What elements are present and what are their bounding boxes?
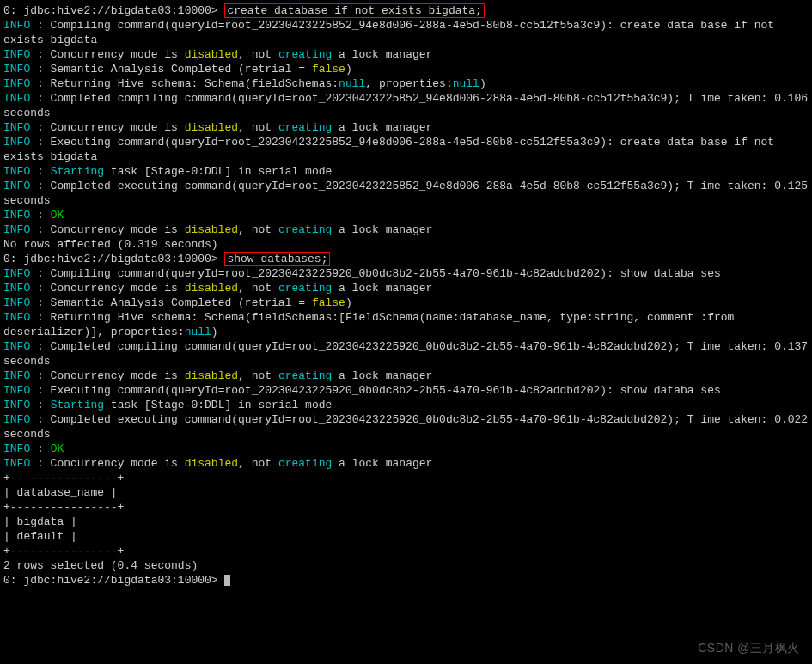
result-summary: 2 rows selected (0.4 seconds) bbox=[3, 558, 809, 573]
table-row: | bigdata | bbox=[3, 515, 809, 529]
terminal-output[interactable]: 0: jdbc:hive2://bigdata03:10000> create … bbox=[3, 3, 809, 588]
log-line: INFO : Concurrency mode is disabled, not… bbox=[3, 47, 809, 62]
prompt-line-1[interactable]: 0: jdbc:hive2://bigdata03:10000> create … bbox=[3, 3, 809, 18]
table-border: +----------------+ bbox=[3, 500, 809, 515]
log-line: INFO : Semantic Analysis Completed (retr… bbox=[3, 62, 809, 76]
log-line: INFO : Completed compiling command(query… bbox=[3, 91, 809, 120]
log-line: INFO : Semantic Analysis Completed (retr… bbox=[3, 295, 809, 310]
log-line: INFO : OK bbox=[3, 208, 809, 222]
log-line: INFO : Returning Hive schema: Schema(fie… bbox=[3, 310, 809, 339]
log-line: No rows affected (0.319 seconds) bbox=[3, 237, 809, 252]
log-line: INFO : OK bbox=[3, 442, 809, 456]
log-line: INFO : Concurrency mode is disabled, not… bbox=[3, 120, 809, 135]
table-header: | database_name | bbox=[3, 485, 809, 500]
log-line: INFO : Starting task [Stage-0:DDL] in se… bbox=[3, 164, 809, 179]
command-2-highlight: show databases; bbox=[224, 252, 330, 266]
log-line: INFO : Compiling command(queryId=root_20… bbox=[3, 18, 809, 47]
log-line: INFO : Concurrency mode is disabled, not… bbox=[3, 281, 809, 295]
log-line: INFO : Executing command(queryId=root_20… bbox=[3, 135, 809, 164]
log-line: INFO : Returning Hive schema: Schema(fie… bbox=[3, 76, 809, 91]
log-line: INFO : Concurrency mode is disabled, not… bbox=[3, 456, 809, 471]
prompt-line-2[interactable]: 0: jdbc:hive2://bigdata03:10000> show da… bbox=[3, 252, 809, 266]
log-line: INFO : Completed executing command(query… bbox=[3, 179, 809, 208]
cursor bbox=[224, 575, 230, 586]
log-line: INFO : Executing command(queryId=root_20… bbox=[3, 383, 809, 398]
table-row: | default | bbox=[3, 529, 809, 544]
log-line: INFO : Completed compiling command(query… bbox=[3, 339, 809, 369]
table-border: +----------------+ bbox=[3, 544, 809, 558]
log-line: INFO : Concurrency mode is disabled, not… bbox=[3, 222, 809, 237]
log-line: INFO : Completed executing command(query… bbox=[3, 412, 809, 442]
command-1-highlight: create database if not exists bigdata; bbox=[224, 3, 484, 18]
log-line: INFO : Compiling command(queryId=root_20… bbox=[3, 266, 809, 281]
prompt-line-3[interactable]: 0: jdbc:hive2://bigdata03:10000> bbox=[3, 573, 809, 588]
table-border: +----------------+ bbox=[3, 471, 809, 485]
log-line: INFO : Starting task [Stage-0:DDL] in se… bbox=[3, 398, 809, 412]
log-line: INFO : Concurrency mode is disabled, not… bbox=[3, 369, 809, 383]
